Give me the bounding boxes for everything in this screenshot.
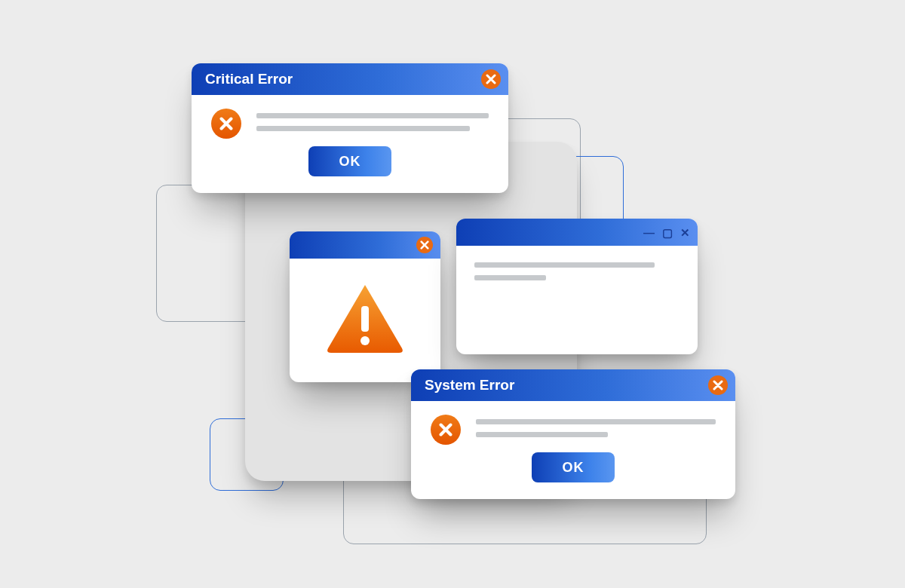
error-x-icon [431, 415, 461, 445]
close-icon[interactable] [416, 237, 433, 253]
close-icon[interactable] [481, 69, 501, 89]
system-error-dialog: System Error OK [411, 369, 735, 499]
ok-button[interactable]: OK [308, 146, 391, 176]
dialog-title: Critical Error [205, 71, 293, 87]
error-x-icon [211, 109, 241, 139]
ok-button[interactable]: OK [532, 452, 615, 482]
titlebar[interactable]: — ▢ ✕ [456, 219, 698, 246]
message-placeholder [476, 415, 716, 445]
warning-dialog [290, 231, 440, 382]
critical-error-dialog: Critical Error OK [192, 63, 508, 193]
message-placeholder [256, 109, 489, 139]
close-icon[interactable] [708, 375, 728, 395]
text-placeholder [474, 262, 655, 268]
titlebar[interactable] [290, 231, 440, 259]
svg-point-1 [360, 336, 370, 345]
minimize-icon[interactable]: — [643, 227, 655, 238]
dialog-title: System Error [425, 377, 514, 394]
svg-rect-0 [361, 306, 369, 332]
titlebar[interactable]: System Error [411, 369, 735, 401]
warning-triangle-icon [324, 280, 406, 356]
close-icon[interactable]: ✕ [680, 227, 690, 238]
text-placeholder [474, 275, 546, 280]
plain-window: — ▢ ✕ [456, 219, 698, 354]
titlebar[interactable]: Critical Error [192, 63, 508, 95]
maximize-icon[interactable]: ▢ [662, 227, 673, 238]
